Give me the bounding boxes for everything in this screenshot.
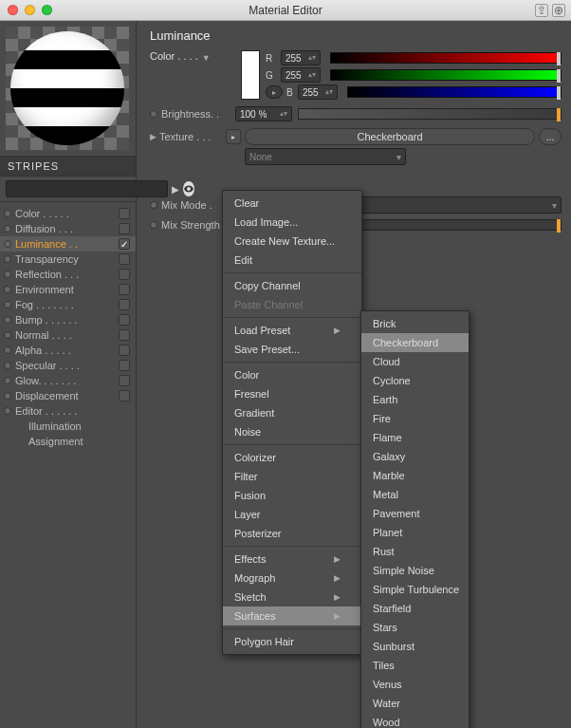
- menu-item-posterizer[interactable]: Posterizer: [223, 524, 361, 543]
- color-swatch[interactable]: [241, 50, 260, 100]
- submenu-item-flame[interactable]: Flame: [361, 428, 469, 447]
- submenu-item-planet[interactable]: Planet: [361, 523, 469, 542]
- submenu-item-rust[interactable]: Rust: [361, 542, 469, 561]
- submenu-item-brick[interactable]: Brick: [361, 314, 469, 333]
- knob-icon: [4, 286, 11, 293]
- channel-checkbox[interactable]: [119, 360, 130, 371]
- menu-item-load-preset[interactable]: Load Preset▶: [223, 321, 361, 340]
- channel-transparency[interactable]: Transparency: [0, 252, 136, 267]
- channel-checkbox[interactable]: [119, 223, 130, 234]
- submenu-item-checkerboard[interactable]: Checkerboard: [361, 333, 469, 352]
- menu-item-effects[interactable]: Effects▶: [223, 550, 361, 569]
- r-value[interactable]: 255▴▾: [281, 50, 321, 65]
- channel-normal[interactable]: Normal . . . .: [0, 327, 136, 343]
- expand-icon[interactable]: ⊕: [552, 4, 565, 17]
- submenu-item-pavement[interactable]: Pavement: [361, 504, 469, 523]
- menu-item-colorizer[interactable]: Colorizer: [223, 448, 361, 467]
- channel-checkbox[interactable]: [119, 208, 130, 219]
- channel-checkbox[interactable]: [119, 314, 130, 326]
- channel-diffusion[interactable]: Diffusion . . .: [0, 221, 136, 236]
- channel-alpha[interactable]: Alpha . . . . .: [0, 343, 136, 358]
- channel-displacement[interactable]: Displacement: [0, 388, 136, 403]
- brightness-slider[interactable]: [298, 108, 562, 120]
- sampling-dropdown[interactable]: None▾: [245, 148, 406, 165]
- g-slider[interactable]: [330, 69, 562, 81]
- menu-item-layer[interactable]: Layer: [223, 505, 361, 524]
- channel-checkbox[interactable]: [119, 345, 130, 356]
- menu-item-polygon-hair[interactable]: Polygon Hair: [223, 632, 361, 651]
- menu-item-copy-channel[interactable]: Copy Channel: [223, 276, 361, 295]
- channel-bump[interactable]: Bump . . . . . .: [0, 312, 136, 327]
- submenu-item-starfield[interactable]: Starfield: [361, 599, 469, 618]
- submenu-item-earth[interactable]: Earth: [361, 390, 469, 409]
- submenu-arrow-icon: ▶: [334, 611, 341, 621]
- submenu-item-simple-turbulence[interactable]: Simple Turbulence: [361, 580, 469, 599]
- pin-icon[interactable]: ⇪: [535, 4, 548, 17]
- channel-checkbox[interactable]: [119, 284, 130, 295]
- submenu-item-venus[interactable]: Venus: [361, 675, 469, 694]
- submenu-item-marble[interactable]: Marble: [361, 466, 469, 485]
- channel-checkbox[interactable]: [119, 329, 130, 341]
- menu-item-edit[interactable]: Edit: [223, 251, 361, 270]
- submenu-item-water[interactable]: Water: [361, 694, 469, 713]
- channel-label: Glow. . . . . . .: [15, 375, 115, 386]
- menu-item-mograph[interactable]: Mograph▶: [223, 569, 361, 588]
- material-preview[interactable]: [6, 27, 129, 150]
- brightness-value[interactable]: 100 %▴▾: [235, 106, 292, 121]
- submenu-item-sunburst[interactable]: Sunburst: [361, 637, 469, 656]
- menu-item-surfaces[interactable]: Surfaces▶: [223, 607, 361, 625]
- submenu-item-cyclone[interactable]: Cyclone: [361, 371, 469, 390]
- menu-item-clear[interactable]: Clear: [223, 194, 361, 213]
- channel-glow[interactable]: Glow. . . . . . .: [0, 373, 136, 388]
- b-toggle[interactable]: ▸: [266, 85, 283, 99]
- b-slider[interactable]: [347, 86, 562, 98]
- submenu-item-fire[interactable]: Fire: [361, 409, 469, 428]
- channel-checkbox[interactable]: [119, 253, 130, 265]
- channel-editor[interactable]: Editor . . . . . .: [0, 403, 136, 419]
- menu-item-color[interactable]: Color: [223, 365, 361, 384]
- menu-item-filter[interactable]: Filter: [223, 467, 361, 486]
- channel-color[interactable]: Color . . . . .: [0, 206, 136, 221]
- menu-item-save-preset-[interactable]: Save Preset...: [223, 340, 361, 359]
- menu-item-fusion[interactable]: Fusion: [223, 486, 361, 505]
- submenu-item-cloud[interactable]: Cloud: [361, 352, 469, 371]
- texture-caret-icon[interactable]: ▶: [150, 132, 157, 141]
- channel-illumination[interactable]: Illumination: [0, 419, 136, 434]
- chevron-down-icon[interactable]: ▼: [202, 53, 211, 63]
- channel-fog[interactable]: Fog . . . . . . .: [0, 297, 136, 312]
- channel-checkbox[interactable]: [119, 390, 130, 401]
- channel-reflection[interactable]: Reflection . . .: [0, 267, 136, 282]
- b-value[interactable]: 255▴▾: [298, 84, 338, 100]
- submenu-item-wood[interactable]: Wood: [361, 713, 469, 728]
- g-value[interactable]: 255▴▾: [281, 67, 321, 83]
- knob-mixstrength: [150, 221, 157, 229]
- menu-item-gradient[interactable]: Gradient: [223, 403, 361, 422]
- submenu-item-tiles[interactable]: Tiles: [361, 656, 469, 675]
- menu-item-load-image-[interactable]: Load Image...: [223, 213, 361, 232]
- channel-checkbox[interactable]: ✓: [119, 238, 130, 250]
- channel-label: Luminance . .: [15, 238, 115, 250]
- channel-checkbox[interactable]: [119, 375, 130, 386]
- texture-field[interactable]: Checkerboard: [245, 128, 535, 145]
- submenu-item-galaxy[interactable]: Galaxy: [361, 447, 469, 466]
- submenu-item-stars[interactable]: Stars: [361, 618, 469, 637]
- channel-environment[interactable]: Environment: [0, 282, 136, 297]
- channel-checkbox[interactable]: [119, 269, 130, 280]
- channel-luminance[interactable]: Luminance . .✓: [0, 236, 136, 252]
- menu-item-sketch[interactable]: Sketch▶: [223, 588, 361, 607]
- channel-assignment[interactable]: Assignment: [0, 434, 136, 449]
- material-name[interactable]: STRIPES: [0, 156, 136, 177]
- channel-checkbox[interactable]: [119, 299, 130, 310]
- menu-item-fresnel[interactable]: Fresnel: [223, 384, 361, 403]
- menu-item-create-new-texture-[interactable]: Create New Texture...: [223, 232, 361, 251]
- submenu-item-simple-noise[interactable]: Simple Noise: [361, 561, 469, 580]
- texture-browse-button[interactable]: ...: [539, 128, 562, 145]
- channel-specular[interactable]: Specular . . . .: [0, 358, 136, 373]
- r-slider[interactable]: [330, 52, 562, 64]
- texture-label: Texture . . .: [159, 131, 226, 142]
- texture-menu-button[interactable]: ▸: [226, 129, 241, 144]
- submenu-item-metal[interactable]: Metal: [361, 485, 469, 504]
- brightness-label: Brightness. .: [161, 108, 235, 120]
- menu-item-noise[interactable]: Noise: [223, 422, 361, 441]
- titlebar: Material Editor ⇪ ⊕: [0, 0, 571, 21]
